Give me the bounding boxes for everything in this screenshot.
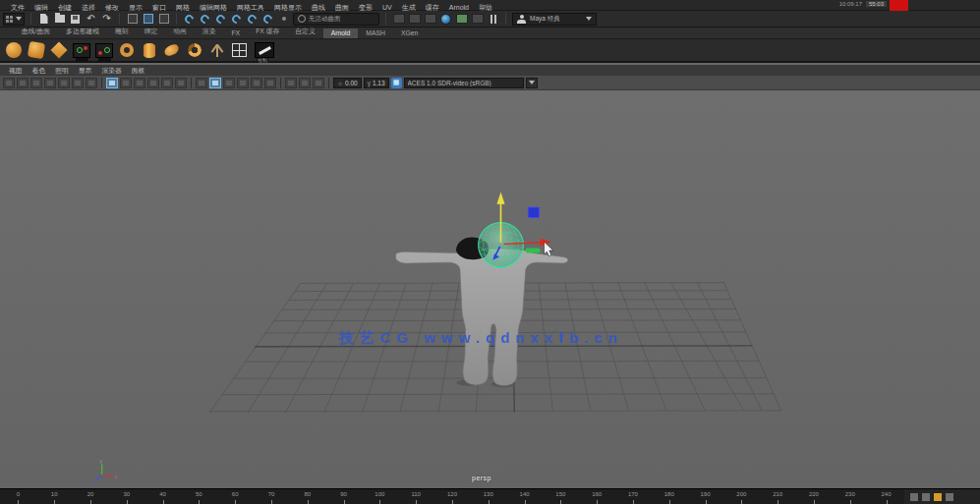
panel-menu-item[interactable]: 渲染器 [96, 66, 126, 76]
shelf-tab[interactable]: 绑定 [137, 26, 166, 38]
time-tick[interactable]: 130 [470, 489, 506, 504]
time-tick[interactable]: 30 [108, 489, 144, 504]
textured-mode-button[interactable] [134, 78, 145, 88]
snap-to-projected-center-toggle[interactable] [230, 13, 243, 26]
time-tick[interactable]: 0 [0, 489, 36, 504]
menu-set-dropdown[interactable] [3, 13, 25, 26]
paint-effects-tree-icon[interactable] [207, 41, 226, 60]
open-scene-button[interactable] [53, 13, 66, 26]
time-tick[interactable]: 180 [651, 489, 687, 504]
view-transform-caret[interactable] [526, 78, 538, 88]
menu-item[interactable]: 缓存 [421, 4, 444, 11]
time-tick[interactable]: 100 [362, 489, 398, 504]
time-tick[interactable]: 40 [144, 489, 181, 504]
playback-option-icon[interactable] [922, 493, 930, 501]
poly-sphere-icon[interactable] [4, 41, 23, 60]
menu-item[interactable]: 修改 [100, 4, 124, 11]
shelf-tab[interactable]: 自定义 [287, 26, 322, 38]
light-editor-button[interactable] [471, 13, 484, 26]
poly-plane-icon[interactable] [49, 41, 68, 60]
time-slider[interactable]: 0 10 20 30 40 50 60 70 80 90 100 11 [0, 488, 980, 504]
menu-item[interactable]: Arnold [444, 4, 474, 11]
shelf-tab[interactable]: 曲线/曲面 [14, 26, 58, 38]
render-settings-button[interactable] [439, 13, 452, 26]
hypershade-button[interactable] [455, 13, 468, 26]
poly-cylinder-icon[interactable] [140, 41, 158, 60]
joint-tool-icon[interactable] [72, 41, 90, 60]
ik-handle-tool-icon[interactable] [94, 41, 113, 60]
workspace-dropdown[interactable]: Maya 经典 [512, 13, 597, 26]
menu-item[interactable]: 编辑 [29, 4, 53, 11]
render-frame-button[interactable] [408, 13, 421, 26]
set-key-icon[interactable] [934, 493, 942, 501]
gamma-field[interactable]: γ 1.13 [364, 78, 389, 88]
time-tick[interactable]: 240 [868, 489, 904, 504]
shelf-tab[interactable]: XGen [393, 28, 426, 38]
time-tick[interactable]: 60 [217, 489, 254, 504]
time-tick[interactable]: 190 [687, 489, 723, 504]
render-view-button[interactable] [392, 13, 405, 26]
time-tick[interactable]: 160 [579, 489, 615, 504]
hud-button[interactable] [299, 78, 311, 88]
snap-extra-toggle[interactable] [261, 13, 274, 26]
time-tick[interactable]: 150 [543, 489, 579, 504]
snap-to-grid-toggle[interactable] [183, 13, 196, 26]
pause-viewport-button[interactable] [487, 13, 499, 26]
time-tick[interactable]: 80 [289, 489, 325, 504]
time-tick[interactable]: 50 [181, 489, 217, 504]
menu-item[interactable]: 变形 [354, 4, 377, 11]
select-hierarchy-toggle[interactable] [126, 13, 139, 26]
shelf-tab[interactable]: MASH [358, 28, 393, 38]
time-tick[interactable]: 90 [325, 489, 362, 504]
panel-menu-item[interactable]: 照明 [50, 66, 74, 76]
select-component-toggle[interactable] [157, 13, 170, 26]
lock-camera-button[interactable] [17, 78, 29, 88]
menu-item[interactable]: 窗口 [147, 4, 171, 11]
time-tick[interactable]: 170 [615, 489, 652, 504]
snap-to-point-toggle[interactable] [214, 13, 227, 26]
uv-grid-icon[interactable] [230, 41, 249, 60]
menu-item[interactable]: 显示 [124, 4, 147, 11]
screen-space-ao-button[interactable] [175, 78, 187, 88]
exposure-field[interactable]: ☼ 0.00 [333, 78, 362, 88]
save-scene-button[interactable] [69, 13, 82, 26]
playback-option-icon[interactable] [910, 493, 918, 501]
shelf-tab[interactable]: Arnold [323, 28, 359, 38]
time-tick[interactable]: 20 [73, 489, 109, 504]
menu-item[interactable]: 生成 [397, 4, 421, 11]
ipr-render-button[interactable] [424, 13, 436, 26]
snap-mode-dot[interactable] [277, 13, 290, 26]
panel-menu-item[interactable]: 面板 [127, 66, 150, 76]
menu-item[interactable]: 曲线 [307, 4, 330, 11]
time-tick[interactable]: 110 [398, 489, 434, 504]
shelf-tab[interactable]: FX [223, 28, 248, 38]
motion-blur-button[interactable] [196, 78, 207, 88]
joint-xray-button[interactable] [264, 78, 276, 88]
select-object-toggle[interactable] [142, 13, 154, 26]
bookmarks-button[interactable] [44, 78, 56, 88]
menu-item[interactable]: 网格显示 [269, 4, 307, 11]
time-tick[interactable]: 210 [760, 489, 796, 504]
grease-pencil-button[interactable] [86, 78, 97, 88]
redo-button[interactable]: ↷ [100, 13, 113, 26]
panel-menu-item[interactable]: 着色 [28, 66, 51, 76]
menu-item[interactable]: 创建 [53, 4, 77, 11]
menu-item[interactable]: UV [377, 4, 397, 11]
menu-item[interactable]: 帮助 [474, 4, 497, 11]
new-scene-button[interactable] [37, 13, 50, 26]
image-plane-button[interactable] [58, 78, 70, 88]
time-tick[interactable]: 220 [796, 489, 833, 504]
panel-menu-item[interactable]: 显示 [74, 66, 97, 76]
shelf-tab[interactable]: 动画 [165, 26, 195, 38]
shelf-tab[interactable]: 多边形建模 [58, 26, 107, 38]
time-tick[interactable]: 70 [254, 489, 290, 504]
2d-pan-zoom-button[interactable] [72, 78, 84, 88]
snap-to-curve-toggle[interactable] [199, 13, 211, 26]
time-tick[interactable]: 230 [832, 489, 868, 504]
select-camera-button[interactable] [3, 78, 15, 88]
time-tick[interactable]: 200 [723, 489, 760, 504]
make-live-field[interactable]: 无活动曲面 [293, 13, 379, 26]
color-managed-icon[interactable]: ▦ [391, 78, 402, 88]
menu-item[interactable]: 编辑网格 [195, 4, 232, 11]
shelf-tab[interactable]: 渲染 [195, 26, 224, 38]
